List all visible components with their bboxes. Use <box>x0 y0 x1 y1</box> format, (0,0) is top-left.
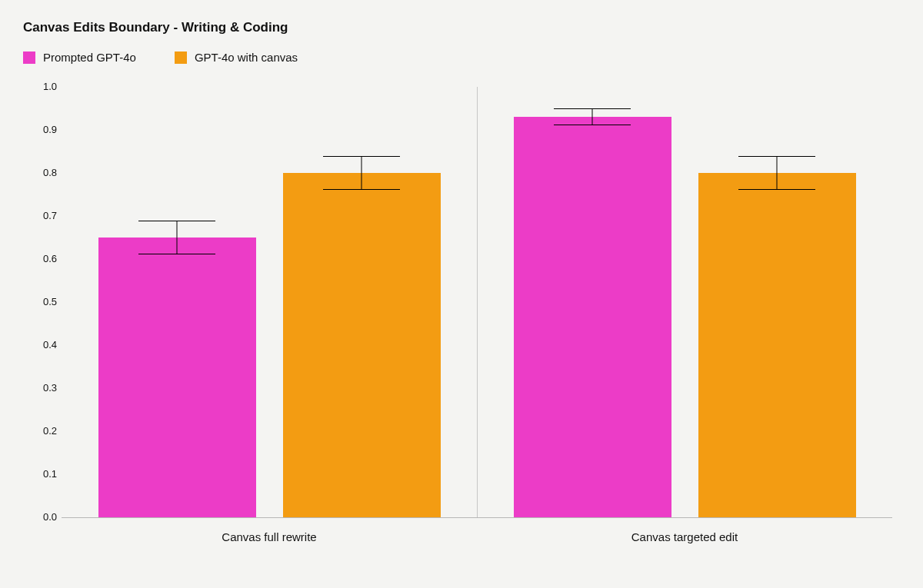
group-divider <box>477 87 478 517</box>
error-bar <box>554 108 631 125</box>
plot-area: Canvas full rewrite Canvas targeted edit… <box>62 87 892 518</box>
error-bar <box>323 156 400 191</box>
legend-label-prompted: Prompted GPT-4o <box>43 51 136 64</box>
legend-label-canvas: GPT-4o with canvas <box>195 51 298 64</box>
legend-swatch-canvas <box>175 51 187 64</box>
chart-title: Canvas Edits Boundary - Writing & Coding <box>23 20 900 35</box>
error-bar <box>138 221 215 255</box>
chart: Canvas full rewrite Canvas targeted edit… <box>31 87 892 548</box>
bar <box>283 173 441 517</box>
x-label-group-0: Canvas full rewrite <box>62 530 477 543</box>
legend-item-canvas: GPT-4o with canvas <box>175 51 298 64</box>
legend: Prompted GPT-4o GPT-4o with canvas <box>23 51 900 64</box>
x-label-group-1: Canvas targeted edit <box>477 530 892 543</box>
bar <box>514 117 671 517</box>
legend-swatch-prompted <box>23 51 35 64</box>
chart-container: Canvas Edits Boundary - Writing & Coding… <box>0 0 923 588</box>
error-bar <box>738 156 815 191</box>
bar <box>698 173 856 517</box>
bar <box>98 238 256 517</box>
legend-item-prompted: Prompted GPT-4o <box>23 51 136 64</box>
